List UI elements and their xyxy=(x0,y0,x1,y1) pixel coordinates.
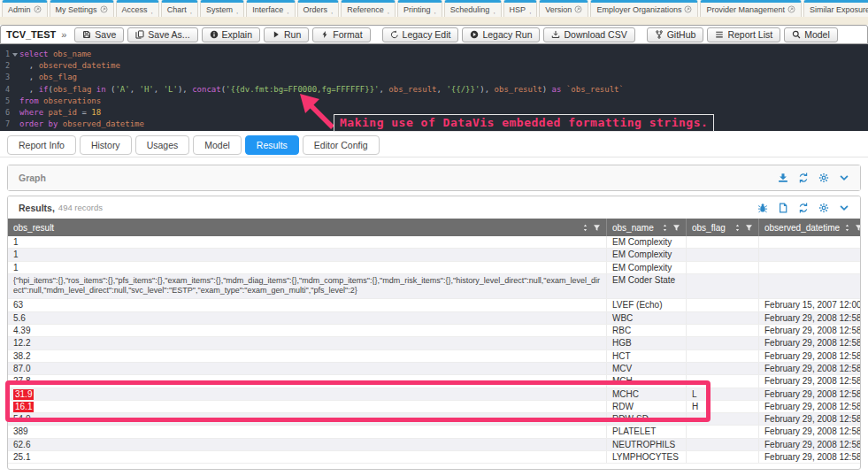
cell-obs-result: 12.2 xyxy=(8,337,607,349)
sort-icon[interactable] xyxy=(843,224,851,232)
github-button[interactable]: GitHub xyxy=(647,27,704,42)
token: , xyxy=(19,61,39,70)
model-button[interactable]: Model xyxy=(784,27,838,42)
menu-item-access[interactable]: Access, xyxy=(116,0,159,17)
cell-obs-flag xyxy=(687,350,759,362)
cell-observed-datetime: February 29, 2008 12:58 PM xyxy=(759,312,860,324)
sort-icon[interactable] xyxy=(734,224,741,232)
info-icon xyxy=(210,30,219,39)
github-label: GitHub xyxy=(667,29,696,40)
results-panel-header[interactable]: Results, 494 records xyxy=(8,196,860,219)
menu-item-label: Provider Management xyxy=(706,5,785,14)
refresh-icon[interactable] xyxy=(798,173,809,183)
save-as-button[interactable]: Save As... xyxy=(127,27,197,42)
report-name-chevron[interactable]: » xyxy=(61,29,66,40)
funnel-icon[interactable] xyxy=(672,224,680,232)
menu-item-label: My Settings xyxy=(56,5,97,14)
cell-obs-result: 389 xyxy=(8,426,607,437)
menu-item-provider-management[interactable]: Provider Management xyxy=(700,0,802,17)
search-icon xyxy=(792,30,801,39)
tab-editor-config[interactable]: Editor Config xyxy=(303,135,380,155)
column-header-obs-result[interactable]: obs_result xyxy=(8,219,607,236)
sort-icon[interactable] xyxy=(581,224,589,232)
token: where xyxy=(19,108,43,117)
menu-item-employer-organizations[interactable]: Employer Organizations xyxy=(590,0,698,17)
menu-item-system[interactable]: System, xyxy=(200,0,244,17)
menu-item-label: Reference xyxy=(347,5,384,14)
menu-item-hsp[interactable]: HSP, xyxy=(503,0,538,17)
menu-item-interface[interactable]: Interface, xyxy=(246,0,295,17)
cell-obs-name: RDW xyxy=(607,401,687,412)
menu-item-label: Similar Exposure Groups (SEGs) xyxy=(810,5,868,14)
cell-observed-datetime xyxy=(759,249,860,260)
report-name: TCV_TEST xyxy=(6,29,56,40)
menu-item-version[interactable]: Version xyxy=(539,0,588,17)
menu-item-reference[interactable]: Reference, xyxy=(341,0,396,17)
cell-observed-datetime: February 29, 2008 12:58 PM xyxy=(759,375,860,387)
legacy-run-label: Legacy Run xyxy=(482,29,532,40)
report-list-button[interactable]: Report List xyxy=(707,27,780,42)
results-panel-title: Results, xyxy=(19,203,55,213)
format-button[interactable]: Format xyxy=(312,27,370,42)
code-line: 2 , observed_datetime xyxy=(0,60,868,72)
cell-obs-name: EM Coder State xyxy=(607,274,687,299)
report-list-label: Report List xyxy=(727,29,772,40)
legacy-edit-button[interactable]: Legacy Edit xyxy=(382,27,459,42)
play-icon xyxy=(272,30,280,39)
bug-icon[interactable] xyxy=(757,203,768,213)
tab-usages[interactable]: Usages xyxy=(135,135,190,155)
column-header-obs-flag[interactable]: obs_flag xyxy=(687,219,759,236)
cell-obs-result: 1 xyxy=(8,249,607,260)
chevron-down-icon[interactable] xyxy=(839,173,849,183)
menu-item-suffix: , xyxy=(529,7,531,15)
table-row: 4.39RBCFebruary 29, 2008 12:58 PM xyxy=(8,325,860,337)
sort-icon[interactable] xyxy=(661,224,669,232)
token: , xyxy=(380,85,389,94)
token: in xyxy=(91,85,111,94)
line-number: 4 xyxy=(0,84,19,96)
graph-panel-header[interactable]: Graph xyxy=(8,165,860,190)
tab-results[interactable]: Results xyxy=(245,135,299,155)
run-button[interactable]: Run xyxy=(264,27,309,42)
funnel-icon[interactable] xyxy=(745,224,753,232)
fold-caret[interactable] xyxy=(12,53,18,57)
legacy-run-button[interactable]: Legacy Run xyxy=(462,27,540,42)
menu-item-similar-exposure-groups-segs[interactable]: Similar Exposure Groups (SEGs) xyxy=(803,0,868,17)
file-icon[interactable] xyxy=(778,203,788,213)
line-number: 6 xyxy=(0,107,19,119)
menu-item-label: System xyxy=(206,5,233,14)
menu-item-scheduling[interactable]: Scheduling, xyxy=(444,0,502,17)
column-label: obs_name xyxy=(612,223,657,233)
tab-history[interactable]: History xyxy=(80,135,132,155)
table-row: 25.1LYMPHOCYTESFebruary 29, 2008 12:58 P… xyxy=(8,451,860,464)
cell-obs-result: 1 xyxy=(8,262,607,273)
token: = xyxy=(77,108,91,117)
menu-item-chart[interactable]: Chart, xyxy=(161,0,198,17)
code-text: order by observed_datetime xyxy=(19,119,144,130)
menu-item-orders[interactable]: Orders, xyxy=(297,0,340,17)
gear-icon[interactable] xyxy=(818,173,829,183)
funnel-icon[interactable] xyxy=(855,224,861,232)
save-button[interactable]: Save xyxy=(74,27,124,42)
menu-item-suffix: , xyxy=(434,7,436,15)
chevron-down-icon[interactable] xyxy=(839,203,849,213)
tab-model[interactable]: Model xyxy=(193,135,242,155)
menu-item-printing[interactable]: Printing, xyxy=(397,0,442,17)
report-editor-app: AdminMy SettingsAccess,Chart,System,Inte… xyxy=(0,0,868,476)
results-panel-icons xyxy=(757,203,849,213)
explain-button[interactable]: Explain xyxy=(202,27,260,42)
menu-item-admin[interactable]: Admin xyxy=(2,0,48,17)
tab-report-info[interactable]: Report Info xyxy=(7,135,76,155)
code-line: 5from observations xyxy=(0,96,868,107)
gear-icon[interactable] xyxy=(818,203,829,213)
code-text: from observations xyxy=(19,96,101,107)
download-tray-icon[interactable] xyxy=(778,173,788,183)
column-header-observed-datetime[interactable]: observed_datetime xyxy=(759,219,861,236)
download-csv-button[interactable]: Download CSV xyxy=(543,27,634,42)
legacy-edit-label: Legacy Edit xyxy=(403,29,451,40)
cell-obs-name: EM Complexity xyxy=(607,262,687,273)
column-header-obs-name[interactable]: obs_name xyxy=(607,219,687,236)
funnel-icon[interactable] xyxy=(593,224,601,232)
menu-item-my-settings[interactable]: My Settings xyxy=(50,0,114,17)
refresh-icon[interactable] xyxy=(798,203,809,213)
